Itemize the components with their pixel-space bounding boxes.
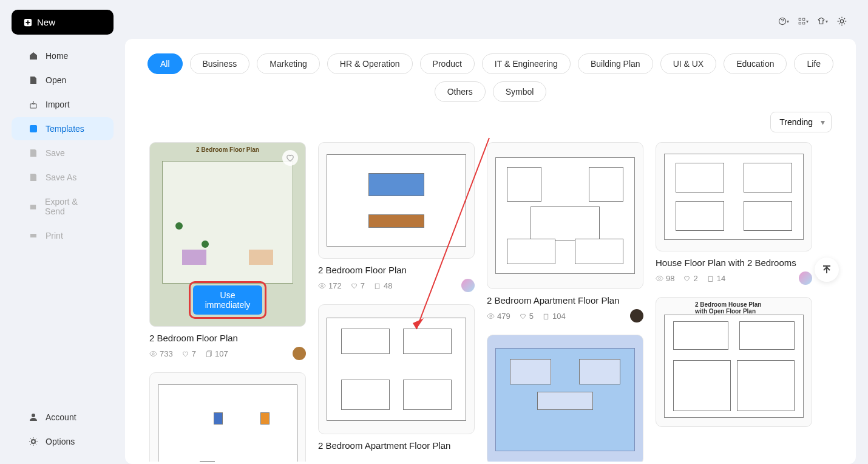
content-area: All Business Marketing HR & Operation Pr… bbox=[125, 39, 856, 464]
sidebar-label: Account bbox=[46, 412, 76, 422]
sidebar-item-templates[interactable]: Templates bbox=[12, 117, 114, 140]
apps-menu[interactable]: ▾ bbox=[798, 16, 809, 27]
svg-rect-7 bbox=[799, 18, 801, 20]
sidebar-label: Open bbox=[46, 75, 66, 85]
template-card[interactable]: 2 Bedroom Apartment Floor Plan 479 5 104 bbox=[487, 142, 643, 322]
sort-row: Trending bbox=[140, 112, 841, 132]
eye-icon bbox=[487, 312, 495, 320]
use-immediately-button[interactable]: Use immediately bbox=[193, 285, 262, 315]
arrow-up-icon bbox=[821, 264, 832, 275]
sidebar-item-open[interactable]: Open bbox=[12, 69, 114, 92]
author-avatar[interactable] bbox=[461, 279, 475, 292]
svg-rect-15 bbox=[206, 352, 211, 357]
settings-button[interactable] bbox=[836, 16, 847, 27]
import-icon bbox=[29, 100, 38, 109]
top-bar: ▾ ▾ ▾ bbox=[125, 10, 856, 39]
filter-life[interactable]: Life bbox=[794, 53, 833, 74]
sidebar-item-options[interactable]: Options bbox=[12, 430, 114, 453]
filter-tabs: All Business Marketing HR & Operation Pr… bbox=[140, 53, 841, 102]
eye-icon bbox=[149, 350, 157, 358]
template-meta: 98 2 14 bbox=[656, 271, 812, 285]
sidebar-label: Templates bbox=[46, 124, 84, 134]
export-icon bbox=[29, 202, 38, 211]
use-button-highlight: Use immediately bbox=[189, 281, 266, 319]
svg-point-16 bbox=[321, 284, 323, 286]
template-title: 2 Bedroom Floor Plan bbox=[318, 265, 475, 275]
sidebar-item-home[interactable]: Home bbox=[12, 44, 114, 67]
svg-rect-2 bbox=[30, 205, 36, 210]
apps-icon bbox=[798, 16, 806, 27]
sidebar-item-save[interactable]: Save bbox=[12, 142, 114, 165]
svg-rect-21 bbox=[708, 276, 713, 281]
filter-all[interactable]: All bbox=[147, 53, 183, 74]
heart-icon bbox=[350, 282, 358, 290]
sidebar-item-import[interactable]: Import bbox=[12, 93, 114, 116]
svg-point-14 bbox=[152, 352, 154, 354]
sidebar-item-export[interactable]: Export & Send bbox=[12, 190, 114, 223]
sidebar-label: Home bbox=[46, 51, 68, 61]
notifications-menu[interactable]: ▾ bbox=[817, 16, 828, 27]
save-icon bbox=[29, 148, 38, 158]
scroll-to-top-button[interactable] bbox=[815, 258, 839, 282]
plus-icon bbox=[24, 18, 32, 27]
sidebar-label: Print bbox=[46, 231, 63, 241]
heart-icon bbox=[286, 154, 294, 162]
template-card[interactable] bbox=[149, 372, 306, 462]
home-icon bbox=[29, 51, 38, 61]
heart-icon bbox=[519, 312, 527, 320]
filter-others[interactable]: Others bbox=[435, 81, 486, 102]
template-card[interactable] bbox=[487, 335, 643, 462]
filter-hr[interactable]: HR & Operation bbox=[327, 53, 413, 74]
author-avatar[interactable] bbox=[293, 347, 306, 360]
sidebar-item-save-as[interactable]: Save As bbox=[12, 166, 114, 189]
template-card[interactable]: House Floor Plan with 2 Bedrooms 98 2 14 bbox=[656, 142, 812, 285]
sort-label: Trending bbox=[779, 117, 813, 127]
template-card[interactable]: 2 Bedroom House Plan with Open Floor Pla… bbox=[656, 297, 812, 427]
author-avatar[interactable] bbox=[799, 271, 812, 285]
sidebar-item-print[interactable]: Print bbox=[12, 224, 114, 247]
sort-dropdown[interactable]: Trending bbox=[770, 112, 832, 132]
heart-icon bbox=[683, 275, 691, 282]
svg-point-4 bbox=[32, 414, 35, 417]
new-button-label: New bbox=[37, 17, 55, 27]
svg-rect-1 bbox=[30, 125, 37, 132]
template-card[interactable]: 2 Bedroom Floor Plan 172 7 48 bbox=[318, 142, 475, 292]
svg-rect-10 bbox=[802, 22, 805, 24]
template-card[interactable]: 2 Bedroom Apartment Floor Plan bbox=[318, 304, 475, 454]
new-button[interactable]: New bbox=[12, 10, 114, 35]
author-avatar[interactable] bbox=[630, 309, 643, 322]
template-card[interactable]: 2 Bedroom Floor Plan Use immediately bbox=[149, 142, 306, 360]
svg-rect-17 bbox=[375, 284, 379, 288]
svg-point-5 bbox=[32, 440, 35, 443]
sidebar-item-account[interactable]: Account bbox=[12, 406, 114, 429]
template-title: House Floor Plan with 2 Bedrooms bbox=[656, 258, 812, 268]
sidebar: New Home Open Import Templates Save Save… bbox=[0, 0, 125, 464]
template-meta: 733 7 107 bbox=[149, 347, 306, 360]
sidebar-label: Save bbox=[46, 148, 65, 158]
filter-education[interactable]: Education bbox=[724, 53, 787, 74]
account-icon bbox=[29, 412, 38, 422]
svg-point-11 bbox=[840, 19, 843, 22]
filter-uiux[interactable]: UI & UX bbox=[660, 53, 717, 74]
gear-icon bbox=[29, 437, 38, 446]
filter-product[interactable]: Product bbox=[420, 53, 475, 74]
template-title: 2 Bedroom Apartment Floor Plan bbox=[487, 295, 643, 305]
filter-symbol[interactable]: Symbol bbox=[493, 81, 547, 102]
copy-icon bbox=[373, 282, 381, 290]
favorite-button[interactable] bbox=[282, 150, 298, 166]
main-area: ▾ ▾ ▾ All Business Marketing HR & Operat… bbox=[125, 0, 868, 464]
template-meta: 479 5 104 bbox=[487, 309, 643, 322]
filter-business[interactable]: Business bbox=[190, 53, 250, 74]
template-grid: 2 Bedroom Floor Plan Use immediately bbox=[140, 142, 841, 462]
shirt-icon bbox=[817, 16, 826, 27]
sidebar-label: Export & Send bbox=[45, 197, 97, 216]
filter-it[interactable]: IT & Engineering bbox=[482, 53, 571, 74]
templates-icon bbox=[29, 124, 38, 134]
eye-icon bbox=[656, 275, 663, 282]
copy-icon bbox=[205, 350, 212, 358]
help-menu[interactable]: ▾ bbox=[778, 16, 789, 27]
filter-building[interactable]: Building Plan bbox=[578, 53, 653, 74]
file-icon bbox=[29, 75, 38, 85]
copy-icon bbox=[542, 312, 550, 320]
filter-marketing[interactable]: Marketing bbox=[257, 53, 319, 74]
